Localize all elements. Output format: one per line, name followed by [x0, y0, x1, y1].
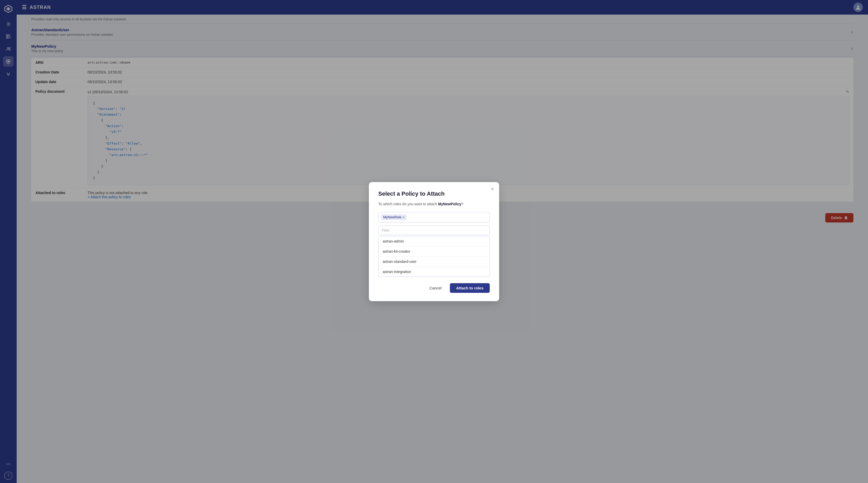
role-item-admin[interactable]: astran-admin: [378, 236, 490, 246]
tag-remove-button[interactable]: ×: [402, 215, 405, 219]
cancel-button[interactable]: Cancel: [424, 283, 447, 293]
modal-overlay[interactable]: × Select a Policy to Attach To which rol…: [0, 0, 868, 483]
filter-container[interactable]: [378, 225, 490, 235]
modal-title: Select a Policy to Attach: [378, 190, 490, 197]
role-item-standard-user[interactable]: astran-standard-user: [378, 256, 490, 267]
selected-role-tag: MyNewRole ×: [381, 214, 407, 220]
modal: × Select a Policy to Attach To which rol…: [369, 182, 499, 301]
modal-subtitle: To which roles do you want to attach MyN…: [378, 201, 490, 207]
modal-policy-name: MyNewPolicy: [438, 202, 461, 206]
role-item-kit-creator[interactable]: astran-kit-creator: [378, 246, 490, 256]
modal-close-button[interactable]: ×: [491, 186, 494, 191]
filter-input[interactable]: [382, 228, 486, 232]
tag-input-container[interactable]: MyNewRole ×: [378, 212, 490, 222]
role-tag-input[interactable]: [409, 215, 487, 219]
modal-actions: Cancel Attach to roles: [378, 283, 490, 293]
attach-button[interactable]: Attach to roles: [450, 283, 490, 293]
roles-dropdown: astran-admin astran-kit-creator astran-s…: [378, 236, 490, 277]
role-item-integration[interactable]: astran-integration: [378, 267, 490, 277]
